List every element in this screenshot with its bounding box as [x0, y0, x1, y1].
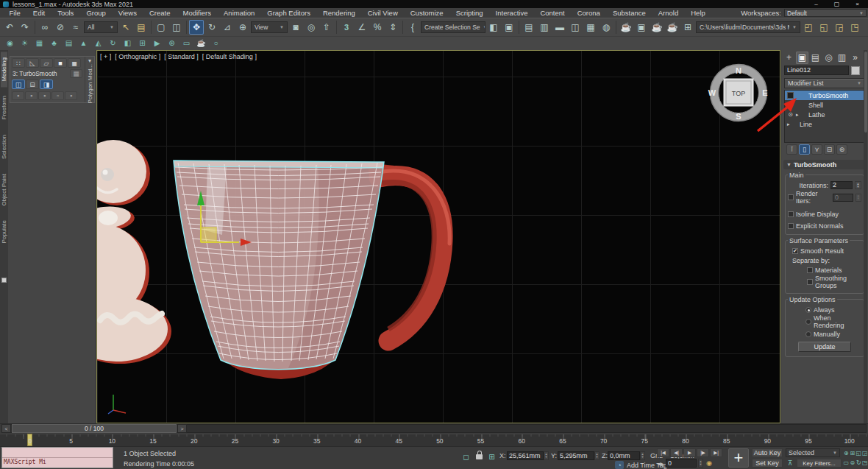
configure-modifier-sets-icon[interactable]: ⊛	[836, 144, 847, 155]
menu-item[interactable]: Scripting	[449, 9, 489, 17]
workspaces-dropdown[interactable]: Default▼	[784, 9, 867, 17]
corona-teapot-icon[interactable]: ☕	[195, 38, 207, 49]
viewport-menu-style[interactable]: [ Standard ]	[164, 53, 199, 60]
corona-scatter-icon[interactable]: ♣	[48, 38, 60, 49]
border-subobject-icon[interactable]: ▱	[40, 58, 53, 68]
open-quad-menu-icon[interactable]: ⊞	[680, 20, 695, 35]
toggle-scene-explorer-icon[interactable]: ▤	[522, 20, 536, 35]
command-panel-tab-more[interactable]: »	[849, 52, 861, 64]
zoom-all-icon[interactable]: ⊞	[850, 448, 856, 458]
ribbon-tool-icon-4[interactable]: ▫	[51, 91, 64, 100]
explorer-window-icon-2[interactable]: ◱	[817, 20, 831, 35]
rectangular-selection-region-icon[interactable]: ▢	[154, 20, 168, 35]
curve-editor-icon[interactable]: ◫	[568, 20, 583, 35]
ribbon-tool-icon-3[interactable]: ▪	[38, 91, 51, 100]
corona-frame-icon[interactable]: ▭	[180, 38, 193, 49]
eye-icon[interactable]: ⊙	[787, 102, 794, 108]
maxscript-output-line[interactable]	[2, 448, 113, 458]
expand-arrow-icon[interactable]: ▸	[796, 112, 800, 118]
render-iters-spinner[interactable]: ▲▼	[855, 194, 861, 202]
pan-view-icon[interactable]: ⊜	[850, 458, 856, 468]
modifier-stack-field[interactable]: 3: TurboSmooth	[13, 70, 57, 77]
menu-item[interactable]: Rendering	[316, 9, 361, 17]
zoom-extents-all-icon[interactable]: ◲	[862, 448, 868, 458]
explorer-window-icon-3[interactable]: ◲	[832, 20, 847, 35]
explorer-window-icon-4[interactable]: ◳	[847, 20, 862, 35]
align-icon[interactable]: ▣	[502, 20, 516, 35]
select-and-rotate-icon[interactable]: ↻	[204, 20, 219, 35]
orbit-icon[interactable]: ↻	[855, 458, 862, 468]
render-flyout-icon[interactable]: ☕	[665, 20, 680, 35]
select-by-name-icon[interactable]: ▤	[134, 20, 149, 35]
stack-row-lathe[interactable]: ⊙ ▸ Lathe	[785, 110, 864, 119]
corona-interactive-render-icon[interactable]: ↻	[107, 38, 119, 49]
angle-snap-icon[interactable]: ∠	[355, 20, 369, 35]
time-slider-bar[interactable]: < 0 / 100 >	[0, 423, 868, 434]
explicit-normals-checkbox[interactable]	[788, 223, 794, 229]
mug-object[interactable]	[174, 161, 449, 379]
ribbon-tab[interactable]: Object Paint	[1, 168, 7, 212]
corona-camera-icon[interactable]: ▦	[33, 38, 46, 49]
polygon-subobject-icon[interactable]: ■	[54, 58, 67, 68]
ribbon-tool-icon-2[interactable]: ▪	[25, 91, 38, 100]
polygon-panel-side[interactable]: ▾ Polygon Mod...	[85, 57, 94, 102]
ribbon-tool-icon-5[interactable]: ▪	[65, 91, 77, 100]
frame-spinner[interactable]: ▲▼	[698, 459, 703, 468]
undo-icon[interactable]: ↶	[2, 20, 17, 35]
spinner-snap-icon[interactable]: ⇕	[385, 20, 400, 35]
object-color-swatch[interactable]	[851, 66, 860, 75]
ribbon-tab[interactable]: Modeling	[1, 52, 7, 87]
element-subobject-icon[interactable]: ◼	[68, 58, 81, 68]
menu-item[interactable]: Create	[143, 9, 177, 17]
update-button[interactable]: Update	[798, 342, 851, 352]
rollout-header[interactable]: ▼ TurboSmooth	[783, 160, 866, 169]
iterations-spinner[interactable]: ▲▼	[855, 181, 861, 189]
render-iters-checkbox[interactable]	[788, 194, 794, 200]
viewport-menu-general[interactable]: [ + ]	[100, 53, 111, 60]
project-folder-dropdown[interactable]: C:\Users\liudm\Documents\3ds Max 2021▼	[696, 21, 800, 33]
object-name-field[interactable]: Line012	[784, 66, 849, 75]
current-frame-field[interactable]: 0	[666, 459, 697, 468]
materials-checkbox[interactable]	[807, 267, 813, 273]
material-editor-icon[interactable]: ◍	[599, 20, 613, 35]
redo-icon[interactable]: ↷	[18, 20, 32, 35]
eye-icon[interactable]: ⊙	[787, 111, 794, 118]
maxscript-input-line[interactable]: MAXScript Mi	[2, 458, 113, 468]
maximize-button[interactable]: ▢	[834, 1, 840, 7]
stack-row-turbosmooth[interactable]: TurboSmooth	[785, 91, 864, 100]
toggle-ribbon-icon[interactable]: ▬	[552, 20, 567, 35]
pin-stack-icon[interactable]: ⊺	[786, 144, 797, 155]
schematic-view-icon[interactable]: ▦	[583, 20, 598, 35]
manually-radio[interactable]	[805, 331, 811, 337]
y-coordinate-field[interactable]: 5,295mm	[558, 451, 594, 460]
corona-layers-icon[interactable]: ◧	[121, 38, 134, 49]
command-panel-tab-create[interactable]: +	[783, 52, 795, 64]
when-rendering-radio[interactable]	[805, 319, 811, 325]
ribbon-tab[interactable]: Freeform	[1, 90, 7, 125]
new-key-settings-icon[interactable]: ⊼	[786, 459, 794, 468]
menu-item[interactable]: Civil View	[361, 9, 404, 17]
viewcube-south[interactable]: S	[736, 112, 741, 121]
modifier-onoff-icon[interactable]	[787, 92, 794, 99]
reference-coordinate-dropdown[interactable]: View▼	[251, 21, 288, 33]
make-unique-icon[interactable]: ⋎	[811, 144, 822, 155]
previous-frame-arrow[interactable]: <	[1, 424, 11, 433]
select-and-scale-icon[interactable]: ⊿	[220, 20, 235, 35]
selection-set-dropdown[interactable]: Selected▼	[786, 448, 840, 457]
render-production-icon[interactable]: ☕	[650, 20, 664, 35]
menu-item[interactable]: Views	[112, 9, 143, 17]
edit-named-selection-sets-icon[interactable]: {	[405, 20, 420, 35]
command-panel-tab-modify[interactable]: ▣	[796, 52, 808, 64]
viewcube-east[interactable]: E	[762, 88, 767, 97]
selection-lock-icon[interactable]	[476, 454, 483, 459]
key-filters-button[interactable]: Key Filters...	[797, 459, 842, 468]
selection-filter-dropdown[interactable]: All▼	[84, 21, 118, 33]
go-to-end-button[interactable]: ▶|	[710, 448, 722, 457]
menu-item[interactable]: Arnold	[652, 9, 684, 17]
zoom-region-icon[interactable]: ▭	[843, 458, 850, 468]
auto-key-button[interactable]: Auto Key	[752, 448, 783, 457]
render-setup-icon[interactable]: ☕	[619, 20, 633, 35]
mirror-icon[interactable]: ◧	[486, 20, 501, 35]
ribbon-tool-icon-1[interactable]: ▪	[12, 91, 24, 100]
menu-item[interactable]: Graph Editors	[261, 9, 317, 17]
